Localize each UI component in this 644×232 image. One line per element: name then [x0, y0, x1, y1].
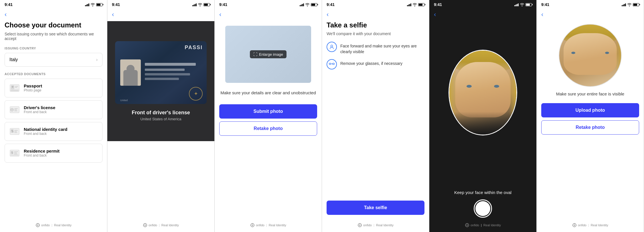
screen-photo-review: 9:41 ‹ ⛶ Enlarge image — [215, 0, 322, 232]
svg-rect-54 — [361, 225, 362, 225]
svg-point-56 — [467, 225, 468, 226]
glasses-icon — [327, 59, 337, 69]
svg-rect-38 — [143, 225, 144, 225]
selfie-review-content: Make sure your entire face is visible Up… — [537, 24, 644, 135]
onfido-divider-5: | — [481, 223, 482, 227]
svg-rect-59 — [465, 225, 466, 225]
upload-photo-button[interactable]: Upload photo — [541, 103, 639, 117]
country-selector[interactable]: Italy › — [5, 53, 102, 67]
oval-label: Keep your face within the oval — [429, 190, 536, 195]
license-title: Driver's license — [24, 105, 55, 110]
svg-rect-3 — [15, 86, 18, 87]
status-icons-5 — [514, 3, 532, 6]
onfido-divider-4: | — [374, 223, 374, 227]
back-button-2[interactable]: ‹ — [107, 8, 118, 21]
permit-doc-text: Residence permit Front and back — [24, 149, 60, 157]
svg-rect-53 — [358, 225, 359, 225]
selfie-title: Take a selfie — [327, 21, 424, 29]
battery-icon — [96, 3, 102, 6]
battery-icon-6 — [633, 3, 639, 6]
battery-icon-3 — [311, 3, 317, 6]
svg-rect-23 — [12, 153, 13, 153]
status-bar-4: 9:41 — [322, 0, 429, 8]
svg-rect-57 — [467, 223, 467, 224]
id-card-icon — [9, 126, 20, 137]
retake-photo-button-3[interactable]: Retake photo — [219, 121, 317, 136]
take-selfie-button[interactable]: Take selfie — [327, 201, 424, 215]
onfido-logo-3: onfido — [250, 223, 264, 227]
screen-choose-document: 9:41 ‹ Choose your document Select issui… — [0, 0, 107, 232]
status-time-3: 9:41 — [219, 2, 227, 7]
status-time-1: 9:41 — [5, 2, 13, 7]
svg-rect-63 — [574, 223, 575, 224]
submit-photo-button[interactable]: Submit photo — [219, 104, 317, 119]
doc-item-permit[interactable]: Residence permit Front and back — [5, 144, 102, 163]
svg-rect-17 — [14, 130, 18, 131]
back-button-6[interactable]: ‹ — [537, 8, 548, 21]
document-label: Front of driver's license — [132, 110, 190, 116]
page-subtitle-1: Select issuing country to see which docu… — [5, 32, 102, 41]
selfie-instruction-2: Remove your glasses, if necessary — [327, 59, 424, 69]
svg-rect-52 — [359, 226, 360, 227]
onfido-tagline-4: Real Identity — [376, 223, 394, 227]
license-subtitle: Front and back — [24, 110, 55, 114]
status-icons-4 — [407, 3, 424, 6]
onfido-footer-5: onfido | Real Identity — [429, 223, 536, 227]
capture-button[interactable] — [474, 199, 492, 218]
onfido-divider-3: | — [266, 223, 267, 227]
issuing-country-label: ISSUING COUNTRY — [5, 47, 102, 50]
passport-doc-text: Passport Photo page — [24, 83, 42, 92]
page-title-1: Choose your document — [5, 21, 102, 29]
svg-rect-60 — [468, 225, 469, 225]
svg-point-2 — [12, 86, 13, 88]
national-id-doc-text: National identity card Front and back — [24, 127, 68, 136]
expand-icon: ⛶ — [253, 52, 257, 57]
signal-icon-2 — [192, 3, 197, 6]
onfido-logo-icon — [35, 223, 40, 227]
screen-document-capture: 9:41 ‹ — [107, 0, 215, 232]
selfie-preview-image — [559, 24, 622, 87]
document-sublabel: United States of America — [140, 117, 181, 121]
status-bar-6: 9:41 — [537, 0, 644, 8]
svg-point-46 — [331, 45, 333, 47]
onfido-logo-icon-4 — [357, 223, 362, 227]
status-bar-2: 9:41 — [107, 0, 214, 8]
back-button-5[interactable]: ‹ — [429, 8, 440, 21]
screen-camera-oval: 9:41 ‹ — [429, 0, 537, 232]
license-icon — [9, 105, 20, 115]
camera-oval-container — [429, 21, 536, 164]
back-button-1[interactable]: ‹ — [0, 8, 11, 21]
status-bar-1: 9:41 — [0, 0, 107, 8]
status-time-2: 9:41 — [112, 2, 120, 7]
onfido-divider-1: | — [52, 223, 52, 227]
onfido-logo-1: onfido — [35, 223, 50, 227]
doc-item-passport[interactable]: Passport Photo page — [5, 79, 102, 97]
retake-photo-button-6[interactable]: Retake photo — [541, 120, 639, 135]
onfido-footer-1: onfido | Real Identity — [0, 223, 107, 227]
svg-point-35 — [145, 225, 146, 226]
wifi-icon-2 — [198, 3, 202, 6]
doc-item-national-id[interactable]: National identity card Front and back — [5, 122, 102, 141]
passport-title: Passport — [24, 83, 42, 88]
wifi-icon — [90, 3, 95, 6]
wifi-icon-5 — [520, 3, 524, 6]
svg-rect-39 — [146, 225, 147, 225]
svg-point-29 — [37, 225, 38, 226]
permit-icon — [9, 148, 20, 158]
onfido-logo-4: onfido — [357, 223, 372, 227]
back-button-3[interactable]: ‹ — [215, 8, 226, 21]
svg-rect-24 — [14, 151, 18, 152]
doc-item-license[interactable]: Driver's license Front and back — [5, 100, 102, 119]
svg-rect-44 — [250, 225, 251, 225]
svg-point-62 — [574, 225, 575, 226]
battery-icon-5 — [526, 3, 532, 6]
svg-point-22 — [11, 151, 13, 153]
svg-rect-65 — [572, 225, 573, 225]
svg-rect-30 — [37, 223, 38, 224]
enlarge-button[interactable]: ⛶ Enlarge image — [250, 50, 287, 58]
face-forward-icon — [327, 42, 337, 52]
svg-rect-5 — [11, 90, 19, 90]
status-time-6: 9:41 — [541, 2, 549, 7]
status-icons-6 — [622, 3, 639, 6]
back-button-4[interactable]: ‹ — [322, 8, 333, 21]
